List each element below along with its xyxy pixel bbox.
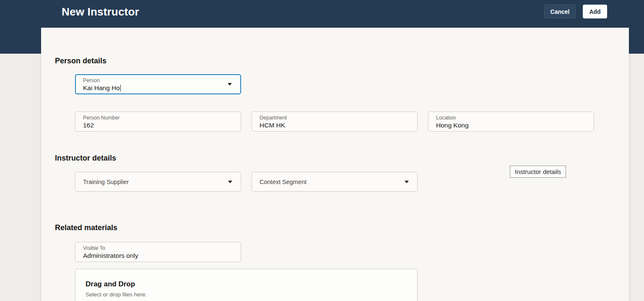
cancel-button[interactable]: Cancel [544, 5, 576, 18]
department-value: HCM HK [260, 121, 410, 130]
visible-to-field[interactable]: Visible To Administrators only [75, 242, 241, 262]
department-field[interactable]: Department HCM HK [252, 112, 418, 132]
training-supplier-dropdown[interactable]: Training Supplier [75, 172, 241, 192]
context-segment-label: Context Segment [260, 179, 306, 185]
visible-to-value: Administrators only [83, 252, 233, 260]
location-label: Location [436, 115, 586, 121]
caret-down-icon [228, 181, 232, 183]
dropzone-title: Drag and Drop [86, 280, 407, 288]
visible-to-label: Visible To [83, 245, 233, 252]
location-field[interactable]: Location Hong Kong [428, 112, 594, 132]
page-title: New Instructor [62, 5, 139, 18]
training-supplier-label: Training Supplier [83, 179, 129, 185]
dropzone-subtitle: Select or drop files here. [86, 291, 407, 298]
person-label: Person [83, 78, 233, 84]
form-card: Person details Person Kai Hang Ho Person… [41, 28, 629, 301]
person-details-heading: Person details [55, 57, 106, 65]
add-button[interactable]: Add [583, 5, 607, 18]
person-number-field[interactable]: Person Number 162 [75, 112, 241, 132]
person-number-value: 162 [83, 121, 233, 130]
department-label: Department [260, 115, 410, 121]
file-dropzone[interactable]: Drag and Drop Select or drop files here. [75, 269, 418, 301]
person-number-label: Person Number [83, 115, 233, 121]
location-value: Hong Kong [436, 121, 586, 130]
text-cursor [120, 85, 121, 91]
person-combobox[interactable]: Person Kai Hang Ho [75, 74, 241, 94]
context-segment-dropdown[interactable]: Context Segment [252, 172, 418, 192]
instructor-details-heading: Instructor details [55, 154, 116, 163]
instructor-details-tooltip: Instructor details [510, 166, 566, 178]
person-value: Kai Hang Ho [83, 84, 120, 91]
caret-down-icon [228, 83, 232, 86]
caret-down-icon [405, 181, 409, 183]
related-materials-heading: Related materials [55, 223, 117, 232]
